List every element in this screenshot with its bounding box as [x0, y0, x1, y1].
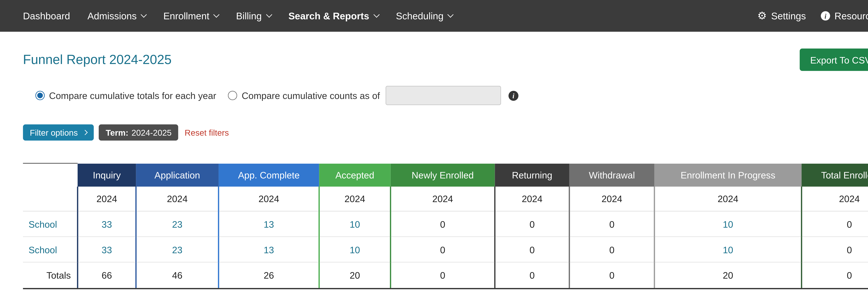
- column-header-total-enrolled: Total Enrolled: [802, 163, 868, 186]
- top-navbar: Dashboard Admissions Enrollment Billing …: [0, 0, 868, 32]
- year-cell-newly-enrolled: 2024: [391, 186, 495, 211]
- funnel-report-page: Dashboard Admissions Enrollment Billing …: [0, 0, 868, 304]
- data-cell-accepted: 10: [319, 211, 391, 237]
- year-cell-withdrawal: 2024: [569, 186, 654, 211]
- year-cell-returning: 2024: [495, 186, 569, 211]
- nav-item-dashboard[interactable]: Dashboard: [23, 0, 79, 32]
- radio-input-cumulative-totals[interactable]: [35, 91, 45, 100]
- term-filter-value: 2024-2025: [132, 128, 172, 137]
- table-row: School33231310000100-: [23, 211, 868, 237]
- column-header-accepted: Accepted: [319, 163, 391, 186]
- filter-options-button[interactable]: Filter options: [23, 125, 94, 140]
- data-cell-withdrawal: 0: [569, 211, 654, 237]
- year-cell-app-complete: 2024: [219, 186, 319, 211]
- data-cell-enrollment-in-progress: 10: [654, 237, 802, 262]
- totals-cell-withdrawal: 0: [569, 262, 654, 288]
- as-of-date-input[interactable]: [385, 86, 501, 105]
- nav-item-admissions[interactable]: Admissions: [79, 0, 155, 32]
- column-header-withdrawal: Withdrawal: [569, 163, 654, 186]
- radio-input-cumulative-as-of[interactable]: [228, 91, 238, 100]
- totals-cell-application: 46: [136, 262, 219, 288]
- row-label-cell: School: [23, 237, 78, 262]
- totals-label-cell: Totals: [23, 262, 78, 288]
- column-header-application: Application: [136, 163, 219, 186]
- reset-filters-link[interactable]: Reset filters: [185, 128, 229, 137]
- table-corner-cell: [23, 163, 78, 186]
- nav-item-scheduling[interactable]: Scheduling: [387, 0, 461, 32]
- data-cell-application: 23: [136, 211, 219, 237]
- row-link-school[interactable]: School: [29, 244, 57, 255]
- row-label-cell: School: [23, 211, 78, 237]
- page-title: Funnel Report 2024-2025: [23, 52, 800, 67]
- data-cell-inquiry: 33: [78, 237, 136, 262]
- column-header-inquiry: Inquiry: [78, 163, 136, 186]
- table-row: School33231310000100-: [23, 237, 868, 262]
- funnel-table-container: InquiryApplicationApp. CompleteAcceptedN…: [0, 140, 868, 289]
- data-cell-returning: 0: [495, 237, 569, 262]
- radio-cumulative-as-of[interactable]: Compare cumulative counts as of: [228, 90, 380, 101]
- data-cell-total-enrolled: 0: [802, 237, 868, 262]
- nav-item-resources[interactable]: iResources: [813, 0, 868, 32]
- data-cell-app-complete: 13: [219, 211, 319, 237]
- data-cell-total-enrolled: 0: [802, 211, 868, 237]
- export-csv-button[interactable]: Export To CSV: [800, 49, 868, 71]
- term-filter-badge[interactable]: Term: 2024-2025: [99, 125, 179, 140]
- column-header-enrollment-in-progress: Enrollment In Progress: [654, 163, 802, 186]
- title-row: Funnel Report 2024-2025 Export To CSV %: [0, 32, 868, 71]
- chevron-down-icon: [266, 11, 272, 18]
- data-cell-newly-enrolled: 0: [391, 237, 495, 262]
- data-cell-inquiry: 33: [78, 211, 136, 237]
- info-icon: i: [508, 90, 518, 100]
- totals-row: Totals664626200002000: [23, 262, 868, 288]
- cell-link[interactable]: 10: [723, 219, 733, 229]
- data-cell-withdrawal: 0: [569, 237, 654, 262]
- totals-cell-app-complete: 26: [219, 262, 319, 288]
- year-cell-accepted: 2024: [319, 186, 391, 211]
- nav-item-search-reports[interactable]: Search & Reports: [280, 0, 387, 32]
- filter-row: Filter options Term: 2024-2025 Reset fil…: [0, 105, 868, 140]
- nav-menu: Dashboard Admissions Enrollment Billing …: [23, 0, 461, 32]
- cell-link[interactable]: 33: [101, 219, 112, 229]
- data-cell-app-complete: 13: [219, 237, 319, 262]
- compare-options-row: Compare cumulative totals for each year …: [0, 71, 868, 105]
- term-filter-label: Term:: [106, 128, 128, 137]
- data-cell-accepted: 10: [319, 237, 391, 262]
- cell-link[interactable]: 13: [264, 219, 274, 229]
- table-header-row: InquiryApplicationApp. CompleteAcceptedN…: [23, 163, 868, 186]
- data-cell-returning: 0: [495, 211, 569, 237]
- column-header-newly-enrolled: Newly Enrolled: [391, 163, 495, 186]
- column-header-app-complete: App. Complete: [219, 163, 319, 186]
- data-cell-newly-enrolled: 0: [391, 211, 495, 237]
- cell-link[interactable]: 23: [172, 219, 182, 229]
- cell-link[interactable]: 10: [350, 219, 360, 229]
- year-row: 202420242024202420242024202420242024: [23, 186, 868, 211]
- year-row-label-cell: [23, 186, 78, 211]
- column-header-returning: Returning: [495, 163, 569, 186]
- cell-link[interactable]: 10: [723, 244, 733, 255]
- info-circle-icon: i: [821, 11, 830, 21]
- nav-item-billing[interactable]: Billing: [227, 0, 280, 32]
- totals-cell-accepted: 20: [319, 262, 391, 288]
- totals-cell-inquiry: 66: [78, 262, 136, 288]
- totals-cell-newly-enrolled: 0: [391, 262, 495, 288]
- data-cell-enrollment-in-progress: 10: [654, 211, 802, 237]
- chevron-down-icon: [213, 11, 219, 18]
- cell-link[interactable]: 13: [264, 244, 274, 255]
- radio-cumulative-totals[interactable]: Compare cumulative totals for each year: [35, 90, 216, 101]
- gear-icon: ⚙: [757, 10, 767, 21]
- cell-link[interactable]: 33: [101, 244, 112, 255]
- cell-link[interactable]: 10: [350, 244, 360, 255]
- radio-label: Compare cumulative totals for each year: [49, 90, 216, 101]
- nav-item-enrollment[interactable]: Enrollment: [155, 0, 227, 32]
- row-link-school[interactable]: School: [29, 219, 57, 229]
- cell-link[interactable]: 23: [172, 244, 182, 255]
- totals-cell-total-enrolled: 0: [802, 262, 868, 288]
- year-cell-enrollment-in-progress: 2024: [654, 186, 802, 211]
- year-cell-inquiry: 2024: [78, 186, 136, 211]
- year-cell-application: 2024: [136, 186, 219, 211]
- nav-item-settings[interactable]: ⚙Settings: [750, 0, 813, 32]
- data-cell-application: 23: [136, 237, 219, 262]
- totals-cell-enrollment-in-progress: 20: [654, 262, 802, 288]
- chevron-down-icon: [373, 11, 379, 18]
- chevron-right-icon: [83, 130, 88, 135]
